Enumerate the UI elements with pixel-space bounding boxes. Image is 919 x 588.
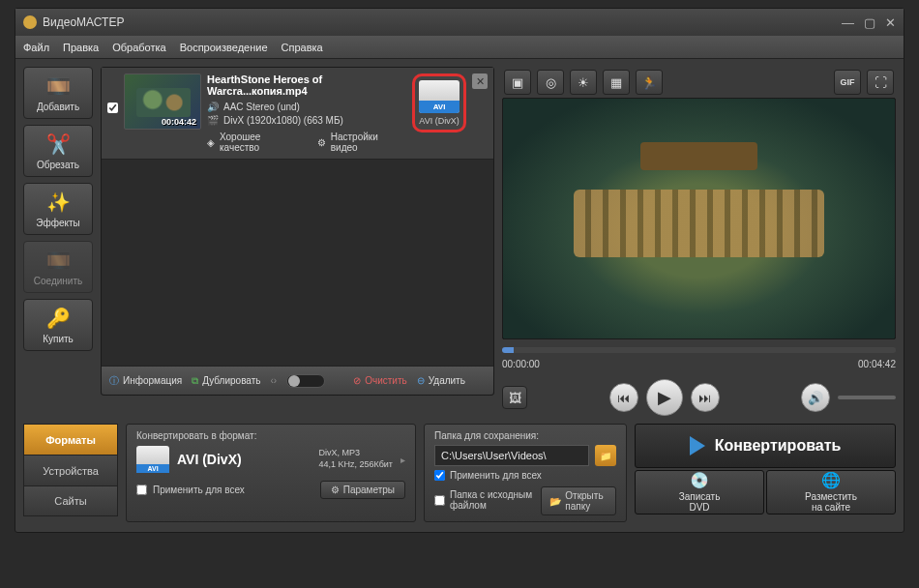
diamond-icon: ◈	[207, 137, 215, 148]
menu-help[interactable]: Справка	[282, 42, 323, 53]
format-selector-highlighted[interactable]: AVI AVI (DivX)	[412, 74, 466, 132]
open-folder-button[interactable]: 📂Открыть папку	[541, 486, 616, 515]
burn-dvd-button[interactable]: 💿 ЗаписатьDVD	[635, 470, 764, 514]
crop-button[interactable]: ▣	[504, 70, 531, 95]
format-panel: Конвертировать в формат: AVI AVI (DivX) …	[126, 424, 416, 522]
volume-icon: 🔊	[808, 391, 823, 405]
file-quality: Хорошее качество	[220, 132, 302, 153]
fullscreen-icon: ⛶	[875, 75, 887, 90]
source-folder-checkbox[interactable]	[434, 495, 445, 506]
tab-devices[interactable]: Устройства	[23, 455, 118, 485]
snapshot-button[interactable]: 🖼	[502, 386, 527, 409]
sidebar: 🎞️ Добавить ✂️ Обрезать ✨ Эффекты 🎞️ Сое…	[23, 67, 93, 416]
app-window: ВидеоМАСТЕР — ▢ ✕ Файл Правка Обработка …	[15, 8, 904, 533]
seek-bar[interactable]	[502, 347, 896, 353]
params-button[interactable]: ⚙Параметры	[320, 481, 405, 499]
skip-forward-icon: ⏭	[698, 391, 711, 405]
cancel-icon: ⊘	[353, 375, 361, 386]
cut-button[interactable]: ✂️ Обрезать	[23, 125, 93, 177]
add-button[interactable]: 🎞️ Добавить	[23, 67, 93, 119]
maximize-button[interactable]: ▢	[864, 15, 875, 30]
play-button[interactable]: ▶	[646, 379, 683, 416]
clear-button[interactable]: ⊘Очистить	[353, 375, 407, 386]
apply-all-format-checkbox[interactable]	[136, 485, 147, 495]
volume-slider[interactable]	[838, 396, 896, 399]
brightness-button[interactable]: ☀	[570, 70, 597, 95]
time-current: 00:00:00	[502, 359, 540, 369]
avi-icon: AVI	[136, 446, 169, 473]
playback-controls: 00:00:00 00:04:42 🖼 ⏮ ▶ ⏭ 🔊	[502, 347, 896, 416]
browse-button[interactable]: 📁	[595, 445, 616, 466]
menu-edit[interactable]: Правка	[63, 42, 99, 53]
image-icon: 🖼	[509, 391, 521, 405]
sun-icon: ☀	[578, 75, 589, 90]
save-path-field[interactable]: C:\Users\User\Videos\	[434, 445, 589, 466]
avi-file-icon: AVI	[419, 80, 460, 113]
info-button[interactable]: ⓘИнформация	[109, 374, 182, 388]
menu-process[interactable]: Обработка	[112, 42, 165, 53]
fullscreen-button[interactable]: ⛶	[867, 70, 894, 95]
preview-frame	[503, 99, 895, 338]
format-tabs: Форматы Устройства Сайты	[23, 424, 118, 522]
folder-icon: 📁	[600, 451, 611, 461]
app-logo-icon	[23, 15, 37, 29]
prev-button[interactable]: ⏮	[609, 383, 638, 412]
enhance-button[interactable]: ◎	[537, 70, 564, 95]
video-preview[interactable]	[502, 98, 896, 339]
next-button[interactable]: ⏭	[691, 383, 720, 412]
convert-button[interactable]: Конвертировать	[635, 424, 896, 468]
join-button[interactable]: 🎞️ Соединить	[23, 241, 93, 293]
minus-icon: ⊖	[417, 375, 425, 386]
gif-button[interactable]: GIF	[834, 70, 861, 95]
titlebar: ВидеоМАСТЕР — ▢ ✕	[15, 9, 904, 36]
minimize-button[interactable]: —	[842, 15, 854, 30]
copy-icon: ⧉	[192, 375, 198, 387]
play-icon: ▶	[658, 387, 671, 408]
list-footer: ⓘИнформация ⧉Дублировать ‹› ⊘Очистить ⊖У…	[102, 366, 493, 395]
file-row[interactable]: 00:04:42 HearthStone Heroes of Warcra...…	[102, 68, 493, 160]
menu-playback[interactable]: Воспроизведение	[180, 42, 268, 53]
format-name: AVI (DivX)	[177, 452, 242, 467]
apply-all-save-label: Применить для всех	[450, 470, 542, 481]
gif-icon: GIF	[841, 77, 855, 87]
time-total: 00:04:42	[858, 359, 896, 369]
action-panel: Конвертировать 💿 ЗаписатьDVD 🌐 Разместит…	[635, 424, 896, 522]
tab-sites[interactable]: Сайты	[23, 485, 118, 516]
crop-icon: ▣	[512, 75, 523, 90]
duplicate-button[interactable]: ⧉Дублировать	[192, 375, 260, 387]
upload-web-button[interactable]: 🌐 Разместитьна сайте	[766, 470, 896, 514]
view-toggle[interactable]	[286, 374, 325, 388]
format-panel-title: Конвертировать в формат:	[136, 430, 405, 441]
delete-button[interactable]: ⊖Удалить	[417, 375, 465, 386]
format-select[interactable]: AVI AVI (DivX) DivX, MP3 44,1 KHz, 256Кб…	[136, 446, 405, 473]
join-label: Соединить	[34, 276, 82, 286]
file-checkbox[interactable]	[107, 103, 118, 113]
film-button[interactable]: ▦	[603, 70, 630, 95]
format-label: AVI (DivX)	[419, 116, 459, 126]
apply-all-format-label: Применить для всех	[153, 485, 245, 495]
globe-icon: 🌐	[821, 472, 841, 489]
effects-button[interactable]: ✨ Эффекты	[23, 183, 93, 235]
key-icon: 🔑	[45, 306, 71, 331]
film-icon: 🎬	[207, 115, 219, 126]
format-bitrate: 44,1 KHz, 256Кбит	[318, 459, 393, 471]
apply-all-save-checkbox[interactable]	[434, 470, 445, 481]
buy-button[interactable]: 🔑 Купить	[23, 299, 93, 351]
buy-label: Купить	[43, 334, 74, 344]
speaker-icon: 🔊	[207, 102, 219, 112]
cut-label: Обрезать	[37, 160, 79, 170]
chevron-right-icon: ▸	[400, 455, 405, 465]
add-label: Добавить	[37, 102, 79, 112]
running-icon: 🏃	[641, 75, 657, 90]
remove-file-button[interactable]: ✕	[472, 74, 488, 89]
speed-button[interactable]: 🏃	[636, 70, 663, 95]
close-button[interactable]: ✕	[885, 15, 896, 30]
tab-formats[interactable]: Форматы	[23, 424, 118, 455]
save-panel: Папка для сохранения: C:\Users\User\Vide…	[424, 424, 627, 522]
mute-button[interactable]: 🔊	[801, 383, 830, 412]
file-settings-link[interactable]: Настройки видео	[331, 132, 406, 153]
file-audio: AAC Stereo (und)	[223, 102, 300, 112]
menu-file[interactable]: Файл	[23, 42, 49, 53]
window-title: ВидеоМАСТЕР	[43, 15, 124, 29]
skip-back-icon: ⏮	[617, 391, 630, 405]
